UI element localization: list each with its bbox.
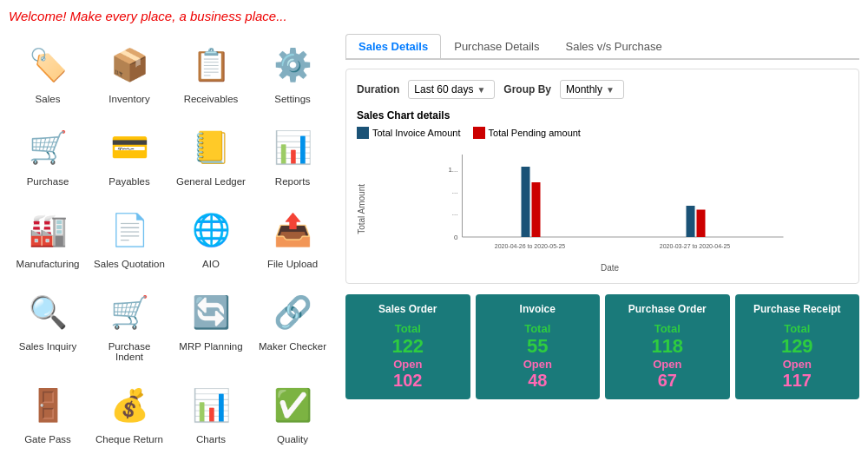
stat-open-value: 117 bbox=[742, 371, 853, 391]
groupby-select[interactable]: Monthly ▼ bbox=[560, 80, 624, 99]
icon-item-reports[interactable]: 📊 Reports bbox=[253, 116, 332, 192]
icon-emoji-gate-pass: 🚪 bbox=[29, 390, 68, 421]
icon-receivables: 📋 bbox=[185, 39, 237, 91]
legend-item: Total Pending amount bbox=[473, 127, 581, 139]
legend-label: Total Pending amount bbox=[489, 128, 581, 138]
svg-rect-10 bbox=[697, 210, 706, 238]
icon-cheque-return: 💰 bbox=[103, 379, 155, 431]
stat-title: Invoice bbox=[483, 303, 594, 315]
svg-rect-7 bbox=[532, 182, 541, 237]
stat-total-label: Total bbox=[784, 322, 810, 335]
tab-purchase-details[interactable]: Purchase Details bbox=[441, 34, 552, 58]
legend-color bbox=[473, 127, 485, 139]
stat-title: Purchase Order bbox=[612, 303, 723, 315]
icon-label-aio: AIO bbox=[202, 259, 220, 269]
stat-card-purchase-order: Purchase Order Total 118 Open 67 bbox=[605, 294, 730, 399]
tab-sales-vs-purchase[interactable]: Sales v/s Purchase bbox=[553, 34, 675, 58]
icon-sales-inquiry: 🔍 bbox=[22, 286, 74, 339]
x-axis-label: Date bbox=[372, 263, 848, 273]
icon-settings: ⚙️ bbox=[266, 39, 319, 91]
svg-text:2020-04-26 to 2020-05-25: 2020-04-26 to 2020-05-25 bbox=[495, 243, 565, 249]
icon-item-gate-pass[interactable]: 🚪 Gate Pass bbox=[9, 374, 87, 450]
stat-open-value: 48 bbox=[483, 371, 594, 391]
tab-sales-details[interactable]: Sales Details bbox=[345, 34, 441, 58]
icon-item-purchase[interactable]: 🛒 Purchase bbox=[9, 116, 87, 192]
stat-total-value: 129 bbox=[742, 335, 853, 358]
stat-title: Sales Order bbox=[352, 303, 464, 315]
icon-label-sales: Sales bbox=[36, 94, 61, 104]
chart-title: Sales Chart details bbox=[357, 109, 848, 122]
icon-emoji-aio: 🌐 bbox=[192, 214, 231, 246]
chart-panel: Duration Last 60 days ▼ Group By Monthly… bbox=[345, 69, 859, 284]
icon-item-sales[interactable]: 🏷️ Sales bbox=[9, 34, 87, 109]
icon-label-gate-pass: Gate Pass bbox=[24, 434, 71, 444]
icon-emoji-cheque-return: 💰 bbox=[110, 390, 149, 421]
icon-label-maker-checker: Maker Checker bbox=[259, 341, 326, 352]
icon-purchase: 🛒 bbox=[22, 122, 74, 174]
icon-maker-checker: 🔗 bbox=[266, 286, 319, 339]
stat-total-label: Total bbox=[395, 322, 421, 335]
stat-open-label: Open bbox=[393, 358, 422, 371]
svg-text:0: 0 bbox=[454, 234, 458, 241]
icon-emoji-reports: 📊 bbox=[273, 132, 312, 163]
svg-text:1...: 1... bbox=[448, 166, 457, 174]
icon-item-sales-inquiry[interactable]: 🔍 Sales Inquiry bbox=[9, 281, 87, 367]
icon-label-purchase-indent: Purchase Indent bbox=[94, 341, 165, 362]
svg-text:...: ... bbox=[452, 209, 458, 217]
duration-select[interactable]: Last 60 days ▼ bbox=[408, 80, 495, 99]
icon-item-sales-quotation[interactable]: 📄 Sales Quotation bbox=[90, 199, 168, 274]
stat-total-label: Total bbox=[524, 322, 550, 335]
icon-emoji-sales-quotation: 📄 bbox=[110, 214, 149, 246]
icon-item-purchase-indent[interactable]: 🛒 Purchase Indent bbox=[90, 281, 168, 367]
icon-item-settings[interactable]: ⚙️ Settings bbox=[253, 34, 332, 109]
icon-label-settings: Settings bbox=[274, 94, 311, 104]
icon-emoji-sales: 🏷️ bbox=[29, 49, 68, 81]
stat-open-label: Open bbox=[783, 358, 812, 371]
icon-item-aio[interactable]: 🌐 AIO bbox=[172, 199, 250, 274]
icon-item-charts[interactable]: 📊 Charts bbox=[172, 374, 250, 450]
stat-open-value: 67 bbox=[612, 371, 723, 391]
svg-text:...: ... bbox=[452, 188, 458, 195]
icon-label-quality: Quality bbox=[277, 434, 308, 444]
icon-item-manufacturing[interactable]: 🏭 Manufacturing bbox=[9, 199, 87, 274]
chart-legend: Total Invoice AmountTotal Pending amount bbox=[357, 127, 848, 139]
icon-label-mrp-planning: MRP Planning bbox=[179, 341, 242, 352]
icon-label-cheque-return: Cheque Return bbox=[95, 434, 163, 444]
welcome-message: Welcome! Make every place, a business pl… bbox=[9, 9, 859, 23]
stat-total-value: 122 bbox=[352, 335, 464, 358]
stat-total-value: 118 bbox=[612, 335, 723, 358]
filter-row: Duration Last 60 days ▼ Group By Monthly… bbox=[357, 80, 848, 99]
icon-label-manufacturing: Manufacturing bbox=[16, 259, 80, 269]
icon-label-receivables: Receivables bbox=[184, 94, 239, 104]
stat-total-label: Total bbox=[654, 322, 681, 335]
icon-payables: 💳 bbox=[103, 122, 155, 174]
svg-rect-6 bbox=[522, 167, 530, 237]
icon-item-payables[interactable]: 💳 Payables bbox=[90, 116, 168, 192]
icon-item-maker-checker[interactable]: 🔗 Maker Checker bbox=[253, 281, 332, 367]
icon-item-file-upload[interactable]: 📤 File Upload bbox=[253, 199, 332, 274]
icon-item-general-ledger[interactable]: 📒 General Ledger bbox=[172, 116, 250, 192]
groupby-arrow: ▼ bbox=[606, 85, 615, 95]
icon-label-general-ledger: General Ledger bbox=[176, 176, 246, 187]
stat-open-label: Open bbox=[523, 358, 552, 371]
duration-label: Duration bbox=[357, 83, 399, 95]
stat-open-label: Open bbox=[653, 358, 681, 371]
icon-item-quality[interactable]: ✅ Quality bbox=[253, 374, 332, 450]
icon-item-mrp-planning[interactable]: 🔄 MRP Planning bbox=[172, 281, 250, 367]
icon-quality: ✅ bbox=[266, 379, 319, 431]
duration-arrow: ▼ bbox=[477, 85, 485, 95]
stat-open-value: 102 bbox=[352, 371, 464, 391]
icon-emoji-mrp-planning: 🔄 bbox=[192, 297, 231, 328]
y-axis-label: Total Amount bbox=[357, 184, 366, 234]
icon-label-reports: Reports bbox=[275, 176, 310, 187]
icon-item-receivables[interactable]: 📋 Receivables bbox=[172, 34, 250, 109]
icon-file-upload: 📤 bbox=[266, 204, 319, 256]
legend-color bbox=[357, 127, 369, 139]
icon-emoji-manufacturing: 🏭 bbox=[29, 214, 68, 246]
icon-emoji-receivables: 📋 bbox=[192, 49, 231, 81]
icon-item-cheque-return[interactable]: 💰 Cheque Return bbox=[90, 374, 168, 450]
stat-card-sales-order: Sales Order Total 122 Open 102 bbox=[345, 294, 470, 399]
icon-item-inventory[interactable]: 📦 Inventory bbox=[90, 34, 168, 109]
icon-purchase-indent: 🛒 bbox=[103, 286, 155, 339]
icon-inventory: 📦 bbox=[103, 39, 155, 91]
